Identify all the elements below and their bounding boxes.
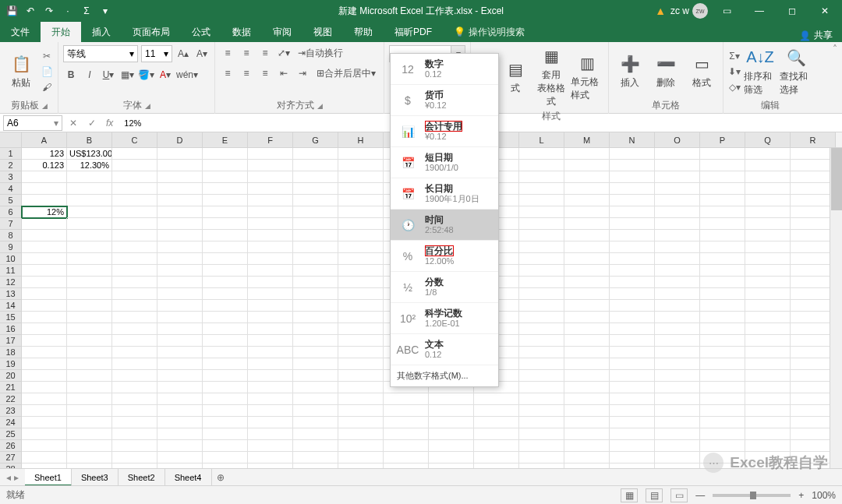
font-size-combo[interactable]: 11▾ [141, 45, 172, 62]
cell[interactable] [745, 393, 791, 405]
cell[interactable] [429, 428, 474, 440]
cell[interactable] [700, 148, 745, 160]
align-left-icon[interactable]: ≡ [220, 65, 235, 81]
cell[interactable] [157, 288, 203, 300]
cell[interactable] [248, 428, 293, 440]
cell[interactable] [338, 148, 384, 160]
cell[interactable] [338, 253, 384, 265]
cell[interactable] [112, 440, 157, 452]
cell[interactable] [338, 241, 384, 253]
clear-button[interactable]: ◇▾ [728, 81, 741, 93]
cell[interactable] [655, 417, 700, 428]
cell[interactable] [293, 312, 338, 323]
cell[interactable] [519, 206, 564, 218]
cell[interactable] [157, 312, 203, 323]
cell[interactable] [203, 265, 248, 277]
zoom-out-icon[interactable]: — [695, 490, 705, 501]
name-box[interactable]: A6▾ [3, 115, 62, 131]
align-middle-icon[interactable]: ≡ [239, 45, 254, 61]
wrap-text-button[interactable]: ⇥ 自动换行 [295, 45, 346, 61]
cell[interactable] [519, 428, 564, 440]
row-header[interactable]: 17 [0, 335, 22, 347]
cell[interactable] [22, 323, 67, 335]
cell[interactable] [22, 452, 67, 463]
row-header[interactable]: 24 [0, 417, 22, 428]
cell[interactable] [157, 253, 203, 265]
cell[interactable] [745, 405, 791, 417]
minimize-icon[interactable]: — [745, 0, 773, 22]
cell[interactable] [564, 300, 610, 312]
cell[interactable] [157, 160, 203, 171]
cell[interactable] [429, 393, 474, 405]
cell[interactable] [519, 440, 564, 452]
cell[interactable] [67, 288, 112, 300]
tell-me[interactable]: 💡操作说明搜索 [443, 22, 536, 42]
cell[interactable] [293, 183, 338, 195]
cell[interactable] [248, 335, 293, 347]
cell[interactable] [655, 428, 700, 440]
cell[interactable] [700, 230, 745, 241]
find-select-button[interactable]: 🔍查找和选择 [780, 45, 812, 97]
cell[interactable] [519, 358, 564, 370]
cell[interactable] [293, 323, 338, 335]
cell[interactable] [112, 417, 157, 428]
cell[interactable] [655, 370, 700, 382]
qat-more-icon[interactable]: ▾ [97, 2, 114, 19]
cell[interactable] [112, 265, 157, 277]
cell[interactable] [203, 405, 248, 417]
cell[interactable] [655, 452, 700, 463]
indent-inc-icon[interactable]: ⇥ [295, 65, 310, 81]
cell[interactable] [338, 277, 384, 288]
cell[interactable] [519, 405, 564, 417]
cell[interactable] [610, 405, 655, 417]
autosum-button[interactable]: Σ▾ [728, 50, 741, 62]
cell[interactable] [745, 288, 791, 300]
cell[interactable] [248, 183, 293, 195]
cell[interactable] [338, 358, 384, 370]
cell[interactable] [519, 183, 564, 195]
col-header[interactable]: A [22, 132, 67, 147]
cell[interactable] [112, 370, 157, 382]
tab-file[interactable]: 文件 [0, 22, 41, 42]
cell[interactable] [519, 393, 564, 405]
cell[interactable] [564, 288, 610, 300]
cell[interactable] [293, 265, 338, 277]
cell[interactable] [745, 183, 791, 195]
cell[interactable] [157, 300, 203, 312]
cell[interactable] [157, 218, 203, 230]
cell[interactable] [203, 452, 248, 463]
cell[interactable] [519, 265, 564, 277]
user-badge[interactable]: zc w zw [670, 3, 708, 19]
cell[interactable] [203, 382, 248, 393]
cell[interactable] [519, 171, 564, 183]
cell[interactable] [700, 160, 745, 171]
add-sheet-button[interactable]: ⊕ [212, 472, 229, 483]
ribbon-options-icon[interactable]: ▭ [713, 0, 741, 22]
cell[interactable] [564, 148, 610, 160]
cell[interactable] [22, 277, 67, 288]
cell[interactable] [519, 300, 564, 312]
cell[interactable] [700, 218, 745, 230]
cell[interactable] [203, 417, 248, 428]
cell[interactable] [22, 288, 67, 300]
sort-filter-button[interactable]: A↓Z排序和筛选 [744, 45, 777, 97]
cell[interactable] [474, 452, 519, 463]
cell[interactable] [67, 335, 112, 347]
tab-formulas[interactable]: 公式 [181, 22, 221, 42]
fill-button[interactable]: ⬇▾ [728, 65, 741, 78]
cell[interactable] [338, 218, 384, 230]
cell[interactable] [157, 241, 203, 253]
tab-pdf[interactable]: 福昕PDF [384, 22, 443, 42]
cell[interactable] [700, 347, 745, 358]
cell[interactable] [248, 405, 293, 417]
format-option[interactable]: 10²科学记数1.20E-01 [391, 303, 498, 334]
cell[interactable] [112, 300, 157, 312]
row-header[interactable]: 15 [0, 312, 22, 323]
cell[interactable] [700, 171, 745, 183]
cell[interactable] [157, 370, 203, 382]
cell[interactable] [338, 335, 384, 347]
cell[interactable] [293, 148, 338, 160]
cell[interactable] [700, 195, 745, 206]
cell[interactable] [203, 148, 248, 160]
cell[interactable] [700, 417, 745, 428]
